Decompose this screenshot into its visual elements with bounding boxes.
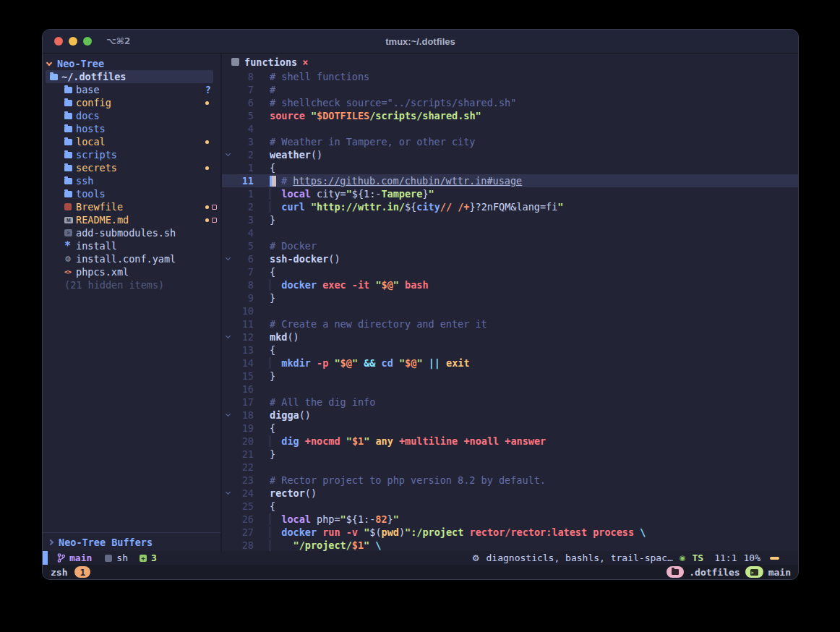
buffer-tab-label[interactable]: functions: [244, 56, 297, 68]
tree-item-tools[interactable]: tools: [43, 187, 220, 200]
neo-tree-buffers-section[interactable]: Neo-Tree Buffers: [43, 532, 220, 551]
line-number: 25: [234, 500, 254, 513]
code-line: 1{: [222, 161, 798, 174]
code-line: 16: [222, 383, 798, 396]
tree-item-install[interactable]: *install: [43, 239, 220, 252]
fold-column: [222, 135, 234, 148]
code-buffer[interactable]: 8# shell functions7#6# shellcheck source…: [222, 70, 798, 551]
tree-item-label: install: [76, 240, 117, 252]
fold-column: [222, 265, 234, 278]
fold-chevron-icon[interactable]: [222, 148, 234, 161]
tree-item-secrets[interactable]: secrets: [43, 161, 220, 174]
line-number: 28: [234, 539, 254, 551]
code-line: 8▏ docker exec -it "$@" bash: [222, 278, 798, 291]
tree-item-hosts[interactable]: hosts: [43, 122, 220, 135]
lsp-gear-icon: ⚙: [472, 553, 480, 563]
fold-column: [222, 226, 234, 239]
code-line: 2weather(): [222, 148, 798, 161]
line-number: 15: [234, 370, 254, 383]
statusline: main sh + 3 ⚙ diagnosticls, bashls, trai…: [43, 551, 798, 565]
tree-item-label: tools: [76, 188, 106, 200]
line-text: rector(): [254, 487, 317, 500]
line-number: 5: [234, 109, 254, 122]
tree-item-label: phpcs.xml: [76, 266, 129, 278]
code-line-current: 11# https://github.com/chubin/wttr.in#us…: [222, 174, 798, 187]
mode-indicator-left: [43, 551, 48, 565]
line-text: #: [254, 83, 275, 96]
tree-item-label: Brewfile: [76, 201, 123, 213]
tree-item-install.conf.yaml[interactable]: ⚙install.conf.yaml: [43, 252, 220, 265]
line-number: 11: [234, 174, 254, 187]
window-titlebar[interactable]: ⌥⌘2 tmux:~/.dotfiles: [43, 30, 798, 54]
line-text: # Docker: [254, 239, 317, 252]
tree-item-readme.md[interactable]: MREADME.md: [43, 213, 220, 226]
zoom-window-button[interactable]: [83, 37, 92, 46]
minimize-window-button[interactable]: [69, 37, 77, 46]
tmux-window-badge[interactable]: 1: [74, 566, 90, 578]
line-number: 11: [234, 317, 254, 330]
tmux-cwd-badge: [667, 566, 684, 578]
tree-item-scripts[interactable]: scripts: [43, 148, 220, 161]
close-window-button[interactable]: [54, 37, 63, 46]
line-number: 7: [234, 265, 254, 278]
statusline-scroll-percent: 10%: [744, 552, 760, 563]
tree-item-phpcs.xml[interactable]: <>phpcs.xml: [43, 265, 220, 278]
tree-item-label: ssh: [76, 175, 93, 187]
tree-item--21-hidden-items-[interactable]: (21 hidden items): [43, 278, 220, 291]
line-text: source "$DOTFILES/scripts/shared.sh": [254, 109, 481, 122]
brewfile-icon: [64, 203, 76, 210]
fold-column: [222, 513, 234, 526]
code-line: 21}: [222, 448, 798, 461]
line-number: 19: [234, 422, 254, 435]
tree-item-base[interactable]: base?: [43, 83, 220, 96]
tree-item-add-submodules.sh[interactable]: >add-submodules.sh: [43, 226, 220, 239]
line-number: 1: [234, 161, 254, 174]
fold-chevron-icon[interactable]: [222, 252, 234, 265]
code-line: 5source "$DOTFILES/scripts/shared.sh": [222, 109, 798, 122]
fold-chevron-icon[interactable]: [222, 409, 234, 422]
editor-pane[interactable]: functions × 8# shell functions7#6# shell…: [222, 54, 798, 551]
fold-chevron-icon[interactable]: [222, 487, 234, 500]
code-line: 3}: [222, 213, 798, 226]
line-text: [254, 461, 270, 474]
fold-column: [222, 435, 234, 448]
fold-chevron-icon[interactable]: [222, 330, 234, 343]
git-branch-icon: [57, 553, 65, 563]
line-text: }: [254, 291, 275, 304]
line-number: 20: [234, 435, 254, 448]
folder-icon: [64, 126, 76, 132]
code-line: 9}: [222, 291, 798, 304]
line-number: 21: [234, 448, 254, 461]
line-number: 8: [234, 278, 254, 291]
tmux-status-bar: zsh 1 .dotfiles > main: [43, 565, 798, 579]
fold-column: [222, 187, 234, 200]
code-line: 5# Docker: [222, 239, 798, 252]
tree-item--.dotfiles[interactable]: ~/.dotfiles: [46, 70, 213, 83]
tree-item-label: scripts: [76, 149, 117, 161]
filetype-icon: [105, 555, 112, 562]
fold-column: [222, 213, 234, 226]
fold-column: [222, 474, 234, 487]
line-number: 18: [234, 409, 254, 422]
line-text: }: [254, 370, 275, 383]
treesitter-icon: ◉: [680, 554, 686, 562]
window-shortcut-label: ⌥⌘2: [106, 36, 130, 46]
line-number: 2: [234, 200, 254, 213]
tree-item-config[interactable]: config: [43, 96, 220, 109]
statusline-git-branch[interactable]: main: [69, 552, 92, 563]
buffer-close-icon[interactable]: ×: [302, 56, 308, 68]
code-line: 12mkd(): [222, 330, 798, 343]
tree-item-brewfile[interactable]: Brewfile: [43, 200, 220, 213]
line-number: 13: [234, 343, 254, 356]
line-number: 17: [234, 396, 254, 409]
tree-item-ssh[interactable]: ssh: [43, 174, 220, 187]
line-text: # Weather in Tampere, or other city: [254, 135, 475, 148]
line-number: 2: [234, 148, 254, 161]
tree-item-docs[interactable]: docs: [43, 109, 220, 122]
line-text: ▏ local city="${1:-Tampere}": [254, 187, 434, 200]
tree-item-local[interactable]: local: [43, 135, 220, 148]
fold-column: [222, 161, 234, 174]
folder-icon: [64, 165, 76, 171]
neo-tree-header[interactable]: Neo-Tree: [43, 57, 220, 70]
git-unstaged-square-icon: [212, 205, 217, 210]
